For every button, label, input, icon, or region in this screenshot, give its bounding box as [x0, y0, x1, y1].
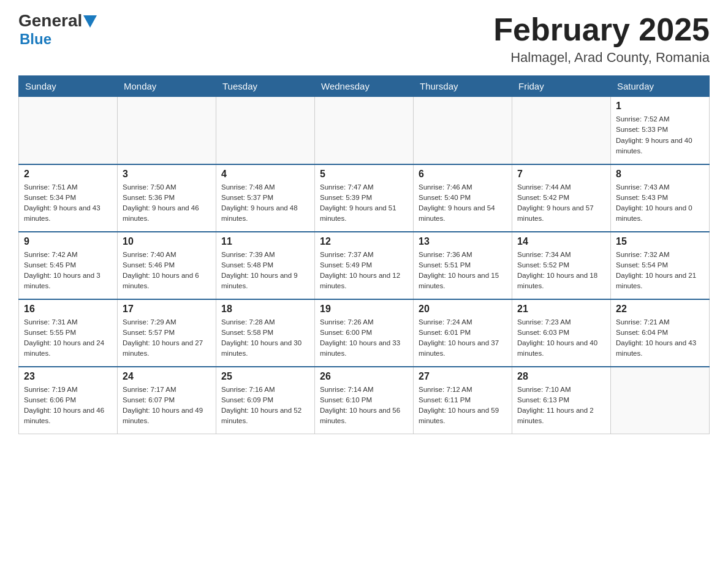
day-info: Sunrise: 7:23 AMSunset: 6:03 PMDaylight:… [517, 317, 605, 359]
table-row: 8Sunrise: 7:43 AMSunset: 5:43 PMDaylight… [611, 164, 710, 232]
table-row: 27Sunrise: 7:12 AMSunset: 6:11 PMDayligh… [414, 367, 512, 434]
day-number: 18 [221, 304, 309, 315]
table-row: 14Sunrise: 7:34 AMSunset: 5:52 PMDayligh… [512, 232, 611, 299]
table-row: 7Sunrise: 7:44 AMSunset: 5:42 PMDaylight… [512, 164, 611, 232]
table-row [315, 97, 414, 164]
day-info: Sunrise: 7:16 AMSunset: 6:09 PMDaylight:… [221, 385, 309, 427]
table-row: 23Sunrise: 7:19 AMSunset: 6:06 PMDayligh… [19, 367, 118, 434]
table-row: 10Sunrise: 7:40 AMSunset: 5:46 PMDayligh… [118, 232, 216, 299]
calendar-table: Sunday Monday Tuesday Wednesday Thursday… [18, 75, 710, 434]
table-row [414, 97, 512, 164]
day-number: 17 [123, 304, 211, 315]
table-row: 9Sunrise: 7:42 AMSunset: 5:45 PMDaylight… [19, 232, 118, 299]
calendar-header-row: Sunday Monday Tuesday Wednesday Thursday… [19, 76, 710, 97]
table-row [19, 97, 118, 164]
day-number: 27 [419, 371, 507, 382]
day-info: Sunrise: 7:28 AMSunset: 5:58 PMDaylight:… [221, 317, 309, 359]
day-info: Sunrise: 7:36 AMSunset: 5:51 PMDaylight:… [419, 250, 507, 292]
day-number: 10 [123, 236, 211, 247]
table-row: 20Sunrise: 7:24 AMSunset: 6:01 PMDayligh… [414, 299, 512, 367]
table-row: 18Sunrise: 7:28 AMSunset: 5:58 PMDayligh… [216, 299, 315, 367]
day-info: Sunrise: 7:51 AMSunset: 5:34 PMDaylight:… [24, 182, 112, 224]
day-info: Sunrise: 7:46 AMSunset: 5:40 PMDaylight:… [419, 182, 507, 224]
day-info: Sunrise: 7:47 AMSunset: 5:39 PMDaylight:… [320, 182, 408, 224]
day-number: 3 [123, 169, 211, 180]
day-info: Sunrise: 7:19 AMSunset: 6:06 PMDaylight:… [24, 385, 112, 427]
day-number: 21 [517, 304, 605, 315]
table-row: 16Sunrise: 7:31 AMSunset: 5:55 PMDayligh… [19, 299, 118, 367]
table-row: 24Sunrise: 7:17 AMSunset: 6:07 PMDayligh… [118, 367, 216, 434]
day-info: Sunrise: 7:44 AMSunset: 5:42 PMDaylight:… [517, 182, 605, 224]
logo: General Blue [18, 12, 97, 48]
header-saturday: Saturday [611, 76, 710, 97]
day-number: 1 [616, 101, 704, 112]
title-section: February 2025 Halmagel, Arad County, Rom… [493, 12, 710, 66]
header-monday: Monday [118, 76, 216, 97]
header-wednesday: Wednesday [315, 76, 414, 97]
calendar-week-row: 2Sunrise: 7:51 AMSunset: 5:34 PMDaylight… [19, 164, 710, 232]
month-title: February 2025 [493, 12, 710, 47]
day-info: Sunrise: 7:40 AMSunset: 5:46 PMDaylight:… [123, 250, 211, 292]
table-row: 3Sunrise: 7:50 AMSunset: 5:36 PMDaylight… [118, 164, 216, 232]
day-number: 5 [320, 169, 408, 180]
table-row: 2Sunrise: 7:51 AMSunset: 5:34 PMDaylight… [19, 164, 118, 232]
logo-triangle-icon [83, 15, 97, 28]
day-info: Sunrise: 7:24 AMSunset: 6:01 PMDaylight:… [419, 317, 507, 359]
day-info: Sunrise: 7:17 AMSunset: 6:07 PMDaylight:… [123, 385, 211, 427]
calendar-week-row: 9Sunrise: 7:42 AMSunset: 5:45 PMDaylight… [19, 232, 710, 299]
day-info: Sunrise: 7:43 AMSunset: 5:43 PMDaylight:… [616, 182, 704, 224]
day-info: Sunrise: 7:12 AMSunset: 6:11 PMDaylight:… [419, 385, 507, 427]
page-header: General Blue February 2025 Halmagel, Ara… [18, 12, 710, 66]
day-number: 16 [24, 304, 112, 315]
header-thursday: Thursday [414, 76, 512, 97]
day-number: 14 [517, 236, 605, 247]
day-info: Sunrise: 7:29 AMSunset: 5:57 PMDaylight:… [123, 317, 211, 359]
day-info: Sunrise: 7:34 AMSunset: 5:52 PMDaylight:… [517, 250, 605, 292]
day-info: Sunrise: 7:32 AMSunset: 5:54 PMDaylight:… [616, 250, 704, 292]
logo-general: General [18, 12, 82, 29]
day-number: 19 [320, 304, 408, 315]
day-number: 22 [616, 304, 704, 315]
day-number: 6 [419, 169, 507, 180]
day-number: 25 [221, 371, 309, 382]
day-number: 24 [123, 371, 211, 382]
calendar-week-row: 23Sunrise: 7:19 AMSunset: 6:06 PMDayligh… [19, 367, 710, 434]
table-row: 6Sunrise: 7:46 AMSunset: 5:40 PMDaylight… [414, 164, 512, 232]
day-info: Sunrise: 7:26 AMSunset: 6:00 PMDaylight:… [320, 317, 408, 359]
logo-blue: Blue [20, 31, 51, 48]
table-row: 17Sunrise: 7:29 AMSunset: 5:57 PMDayligh… [118, 299, 216, 367]
day-number: 11 [221, 236, 309, 247]
header-tuesday: Tuesday [216, 76, 315, 97]
table-row [611, 367, 710, 434]
day-number: 23 [24, 371, 112, 382]
day-number: 20 [419, 304, 507, 315]
table-row: 13Sunrise: 7:36 AMSunset: 5:51 PMDayligh… [414, 232, 512, 299]
table-row: 12Sunrise: 7:37 AMSunset: 5:49 PMDayligh… [315, 232, 414, 299]
day-number: 12 [320, 236, 408, 247]
day-number: 4 [221, 169, 309, 180]
table-row: 19Sunrise: 7:26 AMSunset: 6:00 PMDayligh… [315, 299, 414, 367]
table-row: 22Sunrise: 7:21 AMSunset: 6:04 PMDayligh… [611, 299, 710, 367]
day-info: Sunrise: 7:50 AMSunset: 5:36 PMDaylight:… [123, 182, 211, 224]
day-number: 15 [616, 236, 704, 247]
table-row [512, 97, 611, 164]
svg-marker-0 [83, 15, 97, 28]
day-number: 13 [419, 236, 507, 247]
table-row: 15Sunrise: 7:32 AMSunset: 5:54 PMDayligh… [611, 232, 710, 299]
day-info: Sunrise: 7:42 AMSunset: 5:45 PMDaylight:… [24, 250, 112, 292]
table-row: 1Sunrise: 7:52 AMSunset: 5:33 PMDaylight… [611, 97, 710, 164]
header-sunday: Sunday [19, 76, 118, 97]
day-info: Sunrise: 7:14 AMSunset: 6:10 PMDaylight:… [320, 385, 408, 427]
day-number: 9 [24, 236, 112, 247]
day-info: Sunrise: 7:37 AMSunset: 5:49 PMDaylight:… [320, 250, 408, 292]
day-number: 26 [320, 371, 408, 382]
table-row: 5Sunrise: 7:47 AMSunset: 5:39 PMDaylight… [315, 164, 414, 232]
day-info: Sunrise: 7:48 AMSunset: 5:37 PMDaylight:… [221, 182, 309, 224]
day-number: 7 [517, 169, 605, 180]
table-row: 28Sunrise: 7:10 AMSunset: 6:13 PMDayligh… [512, 367, 611, 434]
day-info: Sunrise: 7:10 AMSunset: 6:13 PMDaylight:… [517, 385, 605, 427]
table-row: 21Sunrise: 7:23 AMSunset: 6:03 PMDayligh… [512, 299, 611, 367]
table-row: 11Sunrise: 7:39 AMSunset: 5:48 PMDayligh… [216, 232, 315, 299]
day-info: Sunrise: 7:52 AMSunset: 5:33 PMDaylight:… [616, 114, 704, 156]
day-number: 2 [24, 169, 112, 180]
